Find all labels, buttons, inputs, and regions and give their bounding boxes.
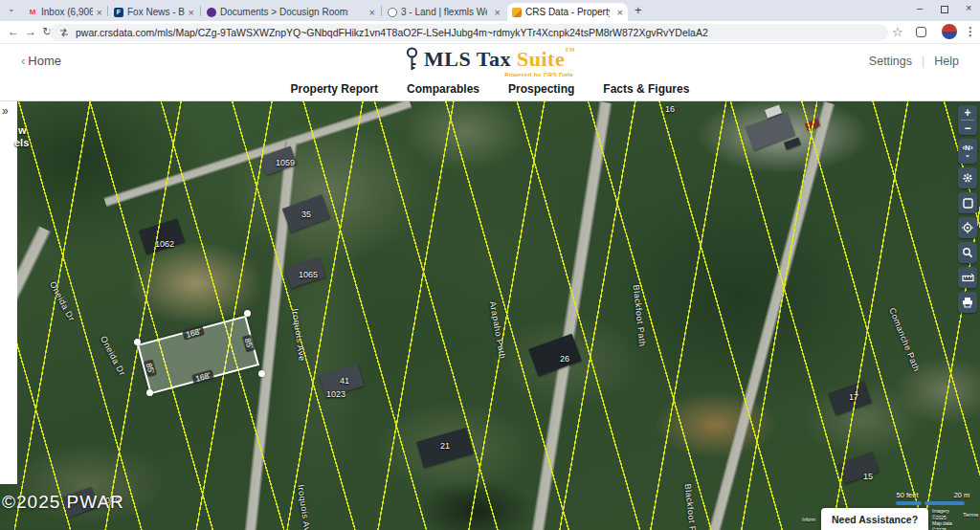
header-divider: |	[922, 55, 924, 68]
compass-button[interactable]: ‹N› ⌄	[958, 139, 977, 164]
attribution-fragment: Inform	[802, 517, 815, 523]
gmail-icon: M	[28, 8, 37, 17]
parcel-corner-dot	[134, 339, 141, 345]
attribution-line: Map data ©2025	[932, 520, 961, 530]
forward-icon[interactable]: →	[25, 25, 36, 38]
docusign-icon	[207, 8, 216, 17]
parcel-corner-dot	[146, 389, 153, 396]
settings-link[interactable]: Settings	[869, 55, 912, 68]
fox-news-icon: F	[114, 8, 123, 17]
tab-fox-news[interactable]: F Fox News - Breaking News Upd ×	[109, 3, 199, 21]
flexmls-icon	[388, 8, 397, 17]
attribution-line: Imagery ©2025	[932, 508, 961, 520]
parcel-corner-dot	[244, 310, 251, 317]
compass-caret-icon: ⌄	[965, 151, 970, 158]
terms-link[interactable]: Terms	[963, 512, 978, 519]
nav-property-report[interactable]: Property Report	[291, 82, 378, 96]
target-icon	[962, 222, 973, 233]
close-tab-icon[interactable]: ×	[97, 7, 102, 18]
map-settings-button[interactable]	[958, 167, 977, 188]
need-assistance-label: Need Assistance?	[832, 514, 918, 525]
logo-suite: Suite	[517, 47, 565, 71]
scale-feet-label: 50 feet	[897, 491, 919, 499]
nav-prospecting[interactable]: Prospecting	[508, 82, 574, 96]
tab-groups-icon[interactable]	[916, 27, 926, 37]
header-right: Settings | Help	[869, 55, 959, 68]
tab-divider	[200, 6, 201, 16]
close-tab-icon[interactable]: ×	[617, 7, 623, 18]
crs-data-icon	[512, 8, 522, 17]
tab-title: CRS Data - Property Map for In	[525, 7, 610, 17]
new-tab-button[interactable]: +	[635, 3, 642, 17]
gear-icon	[962, 172, 973, 184]
tab-crs-data-active[interactable]: CRS Data - Property Map for In ×	[507, 3, 628, 21]
ruler-icon	[962, 273, 974, 283]
logo-mls-tax: MLS Tax	[424, 47, 517, 71]
parcel-number: 41	[340, 376, 349, 386]
address-bar[interactable]: pwar.crsdata.com/mls/Map/CZg-9TaWSXWZnpY…	[50, 24, 888, 41]
tab-flexmls[interactable]: 3 - Land | flexmls Web ×	[383, 3, 505, 21]
rectangle-select-icon	[963, 198, 973, 209]
tab-divider	[107, 6, 108, 16]
close-tab-icon[interactable]: ×	[495, 7, 501, 18]
print-button[interactable]	[958, 292, 977, 313]
zoom-out-button[interactable]: −	[958, 121, 977, 135]
clipped-map-label: els	[14, 137, 29, 148]
map-attribution: Imagery ©2025 Map data ©2025	[932, 508, 961, 530]
app-nav: Property Report Comparables Prospecting …	[0, 77, 980, 101]
window-close-button[interactable]: ×	[966, 2, 971, 13]
map-canvas[interactable]: 168' 168' 85' 85' 16 1059 35 1062 1065 4…	[0, 101, 980, 530]
measure-button[interactable]	[958, 267, 977, 288]
tab-search-chevron-icon[interactable]: ⌄	[8, 4, 15, 13]
back-icon[interactable]: ←	[8, 25, 19, 38]
close-tab-icon[interactable]: ×	[189, 7, 194, 18]
tab-gmail[interactable]: M Inbox (6,906) - dave@lakeregi ×	[23, 3, 107, 21]
logo-tm: TM	[565, 47, 575, 53]
tab-title: Inbox (6,906) - dave@lakeregi	[41, 7, 93, 17]
need-assistance-button[interactable]: Need Assistance?	[821, 508, 928, 530]
bookmark-star-icon[interactable]: ☆	[892, 25, 903, 39]
window-minimize-button[interactable]: –	[917, 2, 923, 13]
parcel-number: 26	[560, 354, 569, 364]
browser-toolbar: ← → ↻ pwar.crsdata.com/mls/Map/CZg-9TaWS…	[0, 21, 980, 44]
zoom-in-button[interactable]: +	[958, 105, 977, 120]
site-permissions-icon	[59, 28, 69, 37]
mls-tax-suite-logo: MLS Tax SuiteTMPowered by CRS Data	[0, 47, 980, 72]
tab-title: Fox News - Breaking News Upd	[127, 7, 185, 17]
draw-rectangle-button[interactable]	[958, 192, 977, 213]
parcel-number: 17	[849, 392, 858, 402]
app-header: ‹Home MLS Tax SuiteTMPowered by CRS Data…	[0, 44, 980, 77]
map-controls: + − ‹N› ⌄	[958, 105, 978, 313]
url-text: pwar.crsdata.com/mls/Map/CZg-9TaWSXWZnpY…	[76, 27, 708, 38]
menu-dots-icon[interactable]: ⋮	[965, 25, 976, 38]
parcel-number: 1065	[299, 270, 318, 279]
profile-avatar[interactable]	[942, 24, 957, 39]
parcel-number: 21	[440, 441, 450, 451]
key-icon	[405, 47, 419, 72]
clipped-map-label: w	[18, 124, 27, 136]
scale-bar-feet	[896, 501, 922, 505]
parcel-number: 15	[863, 472, 873, 481]
tab-title: Documents > Docusign Rooms	[220, 7, 348, 17]
scale-meters-label: 20 m	[954, 491, 970, 499]
parcel-number: 1062	[155, 239, 174, 249]
expand-panel-icon[interactable]: »	[2, 104, 9, 118]
map-search-button[interactable]	[958, 242, 977, 263]
nav-facts-figures[interactable]: Facts & Figures	[603, 82, 689, 96]
window-maximize-button[interactable]	[941, 6, 948, 13]
parcel-number: 1023	[326, 389, 345, 399]
parcel-corner-dot	[258, 370, 265, 377]
tab-divider	[381, 6, 382, 16]
parcel-number: 1059	[276, 158, 295, 167]
help-link[interactable]: Help	[934, 55, 959, 68]
printer-icon	[962, 297, 973, 308]
scale-bar-meters	[924, 501, 965, 505]
radius-tool-button[interactable]	[958, 217, 977, 238]
map-copyright: ©2025 PWAR	[2, 492, 124, 513]
nav-comparables[interactable]: Comparables	[407, 82, 479, 96]
browser-tab-strip: ⌄ M Inbox (6,906) - dave@lakeregi × F Fo…	[0, 0, 980, 21]
logo-wordmark: MLS Tax SuiteTMPowered by CRS Data	[424, 47, 575, 72]
close-tab-icon[interactable]: ×	[369, 7, 375, 18]
tab-docusign[interactable]: Documents > Docusign Rooms ×	[202, 3, 380, 21]
parcel-number: 35	[301, 210, 311, 219]
